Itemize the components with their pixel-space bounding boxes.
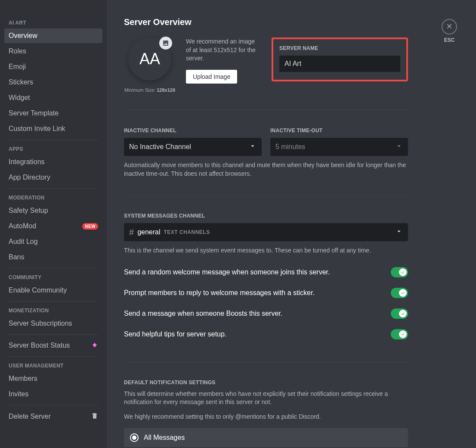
min-size-text: Minimum Size: 128x128 bbox=[124, 87, 175, 93]
sidebar-section-header: USER MANAGEMENT bbox=[4, 360, 102, 371]
sidebar-item-roles[interactable]: Roles bbox=[4, 44, 102, 59]
divider bbox=[124, 110, 408, 110]
avatar-initials: AA bbox=[139, 50, 160, 68]
sidebar-item-delete-server[interactable]: Delete Server bbox=[4, 409, 102, 424]
toggle-switch[interactable] bbox=[391, 267, 408, 277]
sidebar-item-enable-community[interactable]: Enable Community bbox=[4, 283, 102, 298]
sidebar-item-members[interactable]: Members bbox=[4, 371, 102, 386]
radio-all-messages[interactable]: All Messages bbox=[124, 428, 408, 447]
sidebar-item-label: Overview bbox=[9, 32, 37, 40]
sidebar-divider bbox=[9, 268, 98, 268]
trash-icon bbox=[91, 412, 98, 421]
server-name-highlight: SERVER NAME bbox=[272, 37, 408, 81]
recommend-column: We recommend an image of at least 512x51… bbox=[186, 37, 261, 84]
sidebar-item-server-subscriptions[interactable]: Server Subscriptions bbox=[4, 316, 102, 331]
sidebar-divider bbox=[9, 301, 98, 302]
sidebar-item-automod[interactable]: AutoModNEW bbox=[4, 219, 102, 233]
chevron-down-icon bbox=[395, 227, 403, 237]
sidebar-divider bbox=[9, 188, 98, 189]
chevron-down-icon bbox=[395, 142, 403, 152]
sidebar-section-header: COMMUNITY bbox=[4, 272, 102, 283]
sidebar-item-custom-invite-link[interactable]: Custom Invite Link bbox=[4, 121, 102, 136]
check-icon bbox=[399, 289, 407, 297]
sidebar-item-stickers[interactable]: Stickers bbox=[4, 75, 102, 90]
sidebar-item-app-directory[interactable]: App Directory bbox=[4, 170, 102, 185]
sidebar-section-header: MONETIZATION bbox=[4, 305, 102, 316]
toggle-label: Send helpful tips for server setup. bbox=[124, 330, 226, 338]
sidebar-item-label: Invites bbox=[9, 390, 28, 398]
divider bbox=[124, 195, 408, 196]
sidebar-item-widget[interactable]: Widget bbox=[4, 90, 102, 105]
sidebar-divider bbox=[9, 334, 98, 335]
sidebar-item-label: Members bbox=[9, 375, 37, 383]
toggle-switch[interactable] bbox=[391, 288, 408, 298]
toggle-switch[interactable] bbox=[391, 308, 408, 319]
close-icon bbox=[446, 22, 453, 31]
sidebar-item-label: Audit Log bbox=[9, 238, 38, 246]
system-channel-category: TEXT CHANNELS bbox=[164, 229, 210, 235]
hash-icon: # bbox=[129, 228, 134, 236]
inactive-channel-select[interactable]: No Inactive Channel bbox=[124, 138, 262, 156]
sidebar-item-label: Delete Server bbox=[9, 413, 51, 420]
sidebar-item-server-boost-status[interactable]: Server Boost Status bbox=[4, 338, 102, 353]
inactive-channel-value: No Inactive Channel bbox=[129, 143, 191, 151]
toggle-switch[interactable] bbox=[391, 329, 408, 339]
sidebar-divider bbox=[9, 405, 98, 405]
recommend-text: We recommend an image of at least 512x51… bbox=[186, 37, 261, 63]
server-name-label: SERVER NAME bbox=[279, 45, 400, 51]
sidebar-item-label: Roles bbox=[9, 47, 26, 55]
sidebar-divider bbox=[9, 356, 98, 357]
sidebar-section-header: AI ART bbox=[4, 17, 102, 28]
close-column: ESC bbox=[442, 19, 457, 43]
toggle-label: Send a random welcome message when someo… bbox=[124, 268, 330, 276]
sidebar-item-integrations[interactable]: Integrations bbox=[4, 155, 102, 169]
check-icon bbox=[399, 310, 407, 317]
sidebar-item-invites[interactable]: Invites bbox=[4, 387, 102, 401]
check-icon bbox=[399, 268, 407, 276]
toggle-row-2: Send a message when someone Boosts this … bbox=[124, 303, 408, 324]
inactive-timeout-value: 5 minutes bbox=[275, 143, 305, 151]
default-notif-help-1: This will determine whether members who … bbox=[124, 390, 408, 407]
check-icon bbox=[399, 330, 407, 338]
page-title: Server Overview bbox=[124, 17, 408, 27]
sidebar-item-label: Server Subscriptions bbox=[9, 320, 72, 327]
upload-image-button[interactable]: Upload Image bbox=[186, 70, 237, 84]
radio-all-messages-label: All Messages bbox=[144, 434, 185, 442]
toggle-row-1: Prompt members to reply to welcome messa… bbox=[124, 283, 408, 303]
inactive-timeout-select[interactable]: 5 minutes bbox=[270, 138, 408, 156]
upload-indicator-icon bbox=[159, 37, 172, 50]
radio-icon bbox=[130, 433, 139, 442]
inactive-channel-label: INACTIVE CHANNEL bbox=[124, 128, 262, 134]
toggle-row-3: Send helpful tips for server setup. bbox=[124, 324, 408, 345]
system-messages-select[interactable]: # general TEXT CHANNELS bbox=[124, 223, 408, 241]
server-name-input[interactable] bbox=[279, 56, 400, 72]
sidebar-item-label: Enable Community bbox=[9, 286, 67, 294]
toggle-label: Send a message when someone Boosts this … bbox=[124, 310, 282, 317]
sidebar-section-header: MODERATION bbox=[4, 192, 102, 203]
sidebar-item-audit-log[interactable]: Audit Log bbox=[4, 234, 102, 249]
sidebar-item-server-template[interactable]: Server Template bbox=[4, 106, 102, 121]
avatar-column: AA Minimum Size: 128x128 bbox=[124, 37, 176, 93]
default-notif-label: DEFAULT NOTIFICATION SETTINGS bbox=[124, 380, 408, 386]
settings-sidebar: AI ARTOverviewRolesEmojiStickersWidgetSe… bbox=[0, 0, 107, 448]
sidebar-item-label: Server Template bbox=[9, 109, 59, 117]
close-button[interactable] bbox=[442, 19, 457, 34]
sidebar-item-overview[interactable]: Overview bbox=[4, 28, 102, 43]
sidebar-item-label: Safety Setup bbox=[9, 207, 48, 215]
sidebar-item-label: Bans bbox=[9, 253, 24, 261]
boost-icon bbox=[91, 342, 98, 349]
sidebar-divider bbox=[9, 140, 98, 140]
esc-label: ESC bbox=[444, 37, 455, 43]
toggle-label: Prompt members to reply to welcome messa… bbox=[124, 289, 315, 297]
sidebar-item-bans[interactable]: Bans bbox=[4, 250, 102, 264]
divider bbox=[124, 362, 408, 362]
system-channel-name: general bbox=[137, 228, 160, 236]
sidebar-item-label: Widget bbox=[9, 94, 30, 102]
server-avatar[interactable]: AA bbox=[128, 37, 171, 81]
system-help-text: This is the channel we send system event… bbox=[124, 246, 408, 255]
inactive-help-text: Automatically move members to this chann… bbox=[124, 161, 408, 178]
sidebar-section-header: APPS bbox=[4, 143, 102, 155]
sidebar-item-emoji[interactable]: Emoji bbox=[4, 59, 102, 74]
sidebar-item-safety-setup[interactable]: Safety Setup bbox=[4, 203, 102, 218]
sidebar-item-label: Stickers bbox=[9, 78, 33, 86]
